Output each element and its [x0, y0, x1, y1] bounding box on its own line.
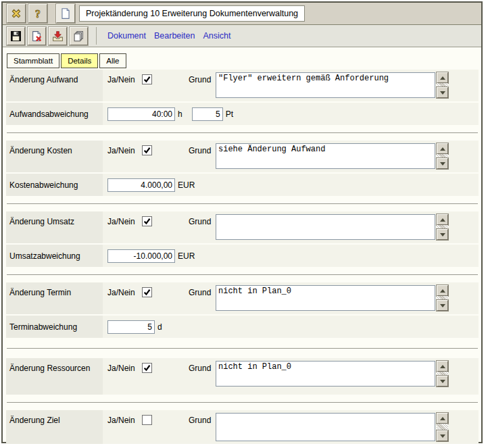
yes-no-label: Ja/Nein — [107, 217, 135, 226]
umsatz-checkbox[interactable] — [142, 216, 152, 226]
umsatz-eur-input[interactable] — [107, 249, 175, 263]
field-label: Änderung Kosten — [6, 141, 103, 172]
section-separator — [7, 203, 478, 204]
kosten-eur-input[interactable] — [107, 178, 175, 192]
document-type-button[interactable] — [56, 4, 75, 23]
document-title-text: Projektänderung 10 Erweiterung Dokumente… — [86, 9, 298, 18]
field-label: Änderung Aufwand — [6, 70, 103, 101]
menu-bearbeiten[interactable]: Bearbeiten — [154, 31, 195, 41]
yes-no-label: Ja/Nein — [107, 364, 135, 373]
field-label: Änderung Ziel — [6, 410, 103, 444]
scroll-up-button[interactable] — [437, 214, 448, 225]
termin-reason-textarea[interactable]: nicht in Plan_0 — [216, 285, 435, 311]
arrow-up-icon — [440, 289, 445, 293]
arrow-down-icon — [440, 91, 445, 95]
checkmark-icon — [143, 218, 151, 225]
scroll-up-button[interactable] — [437, 413, 448, 424]
checkmark-icon — [143, 76, 151, 83]
unit-label: d — [157, 322, 162, 332]
help-button[interactable]: ? — [28, 4, 47, 23]
arrow-up-icon — [440, 147, 445, 151]
ziel-checkbox[interactable] — [142, 415, 152, 425]
scroll-up-button[interactable] — [437, 361, 448, 372]
section-separator — [7, 348, 478, 349]
kosten-reason-textarea[interactable]: siehe Änderung Aufwand — [216, 143, 435, 169]
import-button[interactable] — [49, 27, 67, 45]
row-terminabweichung: Terminabweichung d — [6, 316, 479, 338]
scrollbar-track[interactable] — [437, 424, 448, 430]
yes-no-label: Ja/Nein — [107, 146, 135, 155]
field-label: Terminabweichung — [6, 316, 103, 338]
yes-no-label: Ja/Nein — [107, 288, 135, 297]
textarea-scrollbar[interactable] — [437, 214, 448, 240]
field-label: Umsatzabweichung — [6, 245, 103, 267]
section-separator — [7, 274, 478, 275]
termin-checkbox[interactable] — [142, 287, 152, 297]
close-icon — [10, 7, 22, 20]
field-content: Ja/Nein Grund — [103, 410, 479, 444]
reason-label: Grund — [189, 358, 210, 373]
scroll-down-button[interactable] — [437, 229, 448, 240]
scroll-up-button[interactable] — [437, 72, 448, 83]
save-button[interactable] — [7, 27, 25, 45]
arrow-up-icon — [440, 218, 445, 222]
ressourcen-checkbox[interactable] — [142, 363, 152, 373]
textarea-scrollbar[interactable] — [437, 143, 448, 169]
yes-no-label: Ja/Nein — [107, 75, 135, 84]
reason-label: Grund — [189, 70, 210, 84]
help-icon: ? — [32, 7, 44, 20]
app-window: ? Projektänderung 10 Erweiterung Dokumen… — [1, 1, 483, 443]
unit-label: Pt — [226, 109, 233, 119]
scroll-down-button[interactable] — [437, 158, 448, 169]
umsatz-reason-textarea[interactable] — [216, 214, 435, 240]
arrow-down-icon — [440, 233, 445, 237]
textarea-scrollbar[interactable] — [437, 285, 448, 311]
kosten-checkbox[interactable] — [142, 145, 152, 155]
textarea-scrollbar[interactable] — [437, 361, 448, 387]
menu-ansicht[interactable]: Ansicht — [203, 31, 230, 41]
menu-dokument[interactable]: Dokument — [107, 31, 146, 41]
ressourcen-reason-textarea[interactable]: nicht in Plan_0 — [216, 361, 435, 387]
tab-alle[interactable]: Alle — [99, 53, 126, 68]
close-button[interactable] — [7, 4, 26, 23]
arrow-up-icon — [440, 365, 445, 368]
aufwand-pt-input[interactable] — [192, 107, 223, 121]
field-content: EUR — [103, 174, 479, 196]
scroll-up-button[interactable] — [437, 143, 448, 154]
scroll-up-button[interactable] — [437, 285, 448, 296]
unit-label: EUR — [178, 251, 195, 261]
copy-button[interactable] — [70, 27, 88, 45]
aufwand-checkbox[interactable] — [142, 74, 152, 84]
svg-text:?: ? — [35, 8, 41, 20]
scroll-down-button[interactable] — [437, 300, 448, 311]
termin-tage-input[interactable] — [107, 320, 155, 334]
checkmark-icon — [143, 364, 151, 372]
details-form: Änderung Aufwand Ja/Nein Grund "Flyer" e… — [3, 70, 481, 444]
title-bar: ? Projektänderung 10 Erweiterung Dokumen… — [3, 3, 481, 25]
row-aenderung-aufwand: Änderung Aufwand Ja/Nein Grund "Flyer" e… — [6, 70, 479, 101]
textarea-scrollbar[interactable] — [437, 413, 448, 441]
delete-document-icon — [31, 30, 43, 42]
aufwand-hours-input[interactable] — [107, 107, 175, 121]
tab-details[interactable]: Details — [61, 53, 98, 68]
textarea-scrollbar[interactable] — [437, 72, 448, 98]
toolbar: Dokument Bearbeiten Ansicht — [3, 25, 481, 47]
field-content: Ja/Nein Grund siehe Änderung Aufwand — [103, 141, 479, 172]
reason-label: Grund — [189, 141, 210, 155]
scroll-down-button[interactable] — [437, 376, 448, 387]
checkmark-icon — [143, 289, 151, 296]
yes-no-group: Ja/Nein — [107, 282, 189, 297]
aufwand-reason-textarea[interactable]: "Flyer" erweitern gemäß Anforderung — [216, 72, 435, 98]
tab-stammblatt[interactable]: Stammblatt — [7, 53, 59, 68]
arrow-up-icon — [440, 417, 445, 420]
scroll-down-button[interactable] — [437, 430, 448, 441]
section-separator — [7, 132, 478, 133]
delete-document-button[interactable] — [28, 27, 46, 45]
field-content: EUR — [103, 245, 479, 267]
ziel-reason-textarea[interactable] — [216, 413, 435, 441]
yes-no-group: Ja/Nein — [107, 358, 189, 373]
field-content: h Pt — [103, 103, 479, 125]
scroll-down-button[interactable] — [437, 87, 448, 98]
field-content: Ja/Nein Grund nicht in Plan_0 — [103, 358, 479, 395]
field-label: Änderung Ressourcen — [6, 358, 103, 395]
